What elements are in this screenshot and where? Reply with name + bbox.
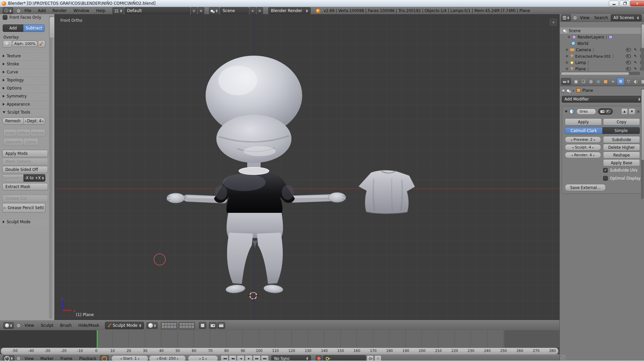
layer-cell[interactable] [192, 326, 194, 328]
selectability-toggle[interactable]: ↖ [634, 60, 637, 65]
menu-file[interactable]: File [21, 8, 34, 13]
step-right-icon[interactable]: ▸ [593, 154, 595, 157]
menu-hide-mask[interactable]: Hide/Mask [75, 323, 102, 328]
layer-cell[interactable] [182, 326, 185, 328]
add-layout-button[interactable]: + [191, 7, 197, 14]
panel-options[interactable]: Options [0, 84, 53, 92]
overlay-sphere-button[interactable] [3, 40, 12, 48]
mode-select[interactable]: Sculpt Mode [105, 322, 144, 329]
panel-symmetry[interactable]: Symmetry [0, 92, 53, 100]
render-opengl-anim-button[interactable] [217, 322, 225, 329]
menu-add[interactable]: Add [35, 8, 49, 13]
restore-button[interactable] [620, 1, 630, 6]
expand-icon[interactable]: ⊕ [565, 67, 569, 71]
extract-mask-button[interactable]: Extract Mask [2, 183, 48, 190]
layer-cell[interactable] [179, 326, 182, 328]
close-button[interactable]: ✕ [630, 1, 644, 6]
layer-cell[interactable] [179, 323, 182, 325]
scrollbar-thumb[interactable] [641, 24, 644, 48]
copy-modifier-button[interactable]: Copy [603, 118, 640, 125]
outliner-item-lamp[interactable]: ⊕ Lamp | ↖ [560, 59, 644, 66]
panel-sculpt-tools[interactable]: Sculpt Tools [0, 108, 53, 116]
viewport-3d[interactable]: z x Front Ortho (1) Plane + [54, 14, 559, 320]
outliner-item-extracted-plane[interactable]: ⊕ Extracted.Plane.001 | ↖ [560, 53, 644, 59]
layer-cell[interactable] [162, 323, 164, 325]
selectability-toggle[interactable]: ↖ [634, 48, 637, 52]
editor-type-button[interactable] [561, 14, 571, 21]
screen-layout-icon-button[interactable] [112, 7, 124, 14]
tab-material[interactable]: ◐ [632, 78, 639, 85]
render-toggle[interactable] [600, 110, 604, 113]
menu-search[interactable]: Search [592, 15, 610, 20]
outliner-item-renderlayers[interactable]: ⊕ RenderLayers | [560, 34, 644, 40]
save-external-button[interactable]: Save External... [565, 184, 606, 191]
layer-cell[interactable] [182, 323, 185, 325]
panel-appearance[interactable]: Appearance [0, 100, 53, 108]
catmull-clark-button[interactable]: Catmull-Clark [565, 127, 602, 134]
expand-icon[interactable]: ⊕ [565, 48, 569, 52]
panel-sculpt-mode[interactable]: Sculpt Mode [0, 218, 53, 225]
step-left-icon[interactable]: ◂ [572, 146, 574, 149]
visibility-toggle[interactable] [626, 48, 631, 52]
sculpt-subdivisions-field[interactable]: ◂ Sculpt: 4 ▸ [565, 144, 601, 150]
layer-cell[interactable] [185, 326, 188, 328]
timeline-ruler[interactable]: -50-40-30-20-100102030405060708090100110… [1, 348, 558, 355]
step-right-icon[interactable]: ▸ [138, 357, 140, 360]
outliner-hscrollbar[interactable] [560, 72, 640, 75]
minimize-button[interactable] [609, 1, 619, 6]
symmetrize-direction-select[interactable]: -X to +X [23, 174, 45, 182]
layer-cell[interactable] [168, 326, 170, 328]
window-titlebar[interactable]: Blender* [D:\PROYECTOS GRAFICOS\BLENDER\… [0, 0, 644, 7]
selectability-toggle[interactable]: ↖ [634, 67, 637, 71]
brush-add-button[interactable]: Add [3, 24, 23, 32]
step-right-icon[interactable]: ▸ [594, 138, 595, 141]
optimal-display-row[interactable]: Optimal Display [603, 176, 641, 181]
double-sided-button[interactable]: Double Sided Off [2, 166, 48, 173]
properties-vscrollbar[interactable] [641, 88, 644, 199]
clone-button[interactable]: Clone [23, 138, 39, 145]
panel-topology[interactable]: Topology [0, 76, 53, 83]
layer-cell[interactable] [162, 326, 164, 328]
mesh-deform-button[interactable]: Mesh Deform [2, 158, 48, 165]
layers-grid-right[interactable] [179, 322, 195, 329]
subdivide-uvs-checkbox[interactable]: ✓ [603, 168, 608, 173]
tab-object[interactable]: ■ [602, 78, 609, 85]
collapse-menus-button[interactable] [573, 16, 577, 20]
scene-icon-button[interactable] [209, 7, 219, 14]
tab-scene[interactable]: ◍ [587, 78, 594, 85]
step-left-icon[interactable]: ◂ [199, 357, 201, 360]
difference-button[interactable]: Differe [16, 129, 31, 136]
tab-render-layers[interactable]: ❏ [580, 78, 587, 85]
add-scene-button[interactable]: + [250, 7, 256, 14]
modifier-name-field[interactable]: tires [577, 109, 596, 115]
scene-name-field[interactable]: Scene [220, 7, 249, 14]
tool-shelf-scrollbar[interactable] [49, 15, 52, 319]
remesh-depth-stepper[interactable]: ◂ Dept: 4 ▸ [23, 117, 45, 125]
layer-cell[interactable] [185, 323, 188, 325]
front-faces-only-checkbox[interactable] [3, 15, 7, 20]
collapse-menus-button[interactable] [16, 356, 21, 361]
scrollbar-thumb[interactable] [561, 72, 629, 75]
pin-icon[interactable] [562, 89, 565, 92]
collapse-menus-button[interactable] [16, 9, 21, 13]
menu-playback[interactable]: Playback [76, 356, 99, 361]
current-frame-indicator[interactable] [97, 330, 98, 348]
step-left-icon[interactable]: ◂ [24, 119, 26, 123]
delete-higher-button[interactable]: Delete Higher [603, 144, 640, 151]
separate-button[interactable]: Separate [3, 138, 23, 145]
menu-render[interactable]: Render [49, 8, 70, 13]
step-left-icon[interactable]: ◂ [571, 154, 573, 157]
layer-cell[interactable] [171, 326, 173, 328]
alpha-slider[interactable]: Alph: 100% [12, 41, 38, 47]
reshape-button[interactable]: Reshape [603, 152, 640, 159]
step-left-icon[interactable]: ◂ [156, 357, 158, 360]
collapse-icon[interactable] [565, 111, 568, 113]
editor-type-button[interactable] [561, 78, 571, 85]
editor-type-button[interactable]: ⓘ [3, 7, 13, 14]
step-right-icon[interactable]: ▸ [592, 146, 594, 149]
visibility-toggle[interactable] [626, 61, 631, 64]
move-modifier-down-button[interactable]: ▼ [629, 108, 635, 115]
character-model[interactable] [167, 56, 346, 294]
panel-curve[interactable]: Curve [0, 68, 53, 75]
tab-render[interactable]: ▣ [573, 78, 580, 85]
